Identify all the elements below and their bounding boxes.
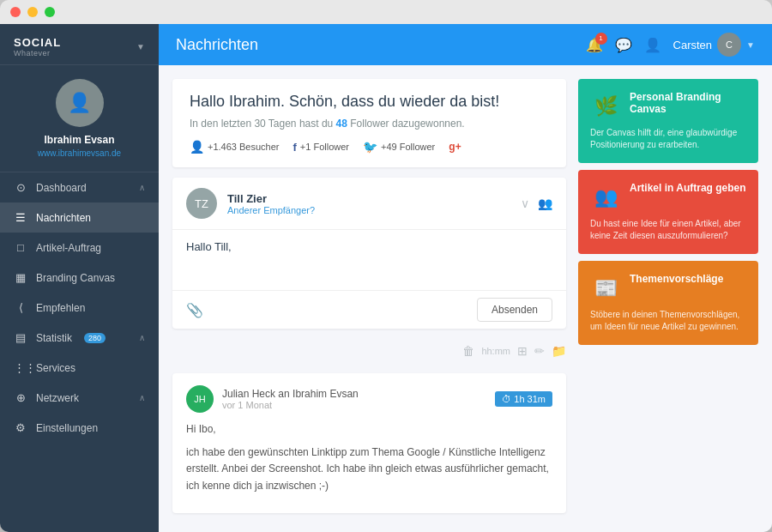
artikel-promo-icon: 👥 xyxy=(590,182,621,213)
right-panel: 🌿 Personal Branding Canvas Der Canvas hi… xyxy=(578,79,758,518)
compose-card: TZ Till Zier Anderer Empfänger? ∨ 👥 xyxy=(172,178,566,329)
close-button[interactable] xyxy=(10,7,21,17)
chevron-down-icon: ∧ xyxy=(139,183,145,192)
profile-url[interactable]: www.ibrahimevsan.de xyxy=(38,148,121,158)
messages-icon: ☰ xyxy=(14,211,27,224)
sidebar: SOCIAL Whatever ▼ 👤 Ibrahim Evsan www.ib… xyxy=(0,24,159,532)
maximize-button[interactable] xyxy=(45,7,55,17)
titlebar xyxy=(0,0,772,24)
sidebar-item-nachrichten[interactable]: ☰ Nachrichten xyxy=(0,203,159,233)
stat-facebook: f +1 Follower xyxy=(293,141,349,154)
sidebar-label-dashboard: Dashboard xyxy=(36,182,87,194)
compose-other-recipient[interactable]: Anderer Empfänger? xyxy=(227,205,510,215)
attachment-icon[interactable]: 📎 xyxy=(186,302,203,318)
stat-twitter: 🐦 +49 Follower xyxy=(363,140,435,154)
sidebar-label-statistik: Statistik xyxy=(36,332,72,344)
dashboard-icon: ⊙ xyxy=(14,181,27,194)
sidebar-label-einstellungen: Einstellungen xyxy=(36,422,98,434)
promo-card-artikel[interactable]: 👥 Artikel in Auftrag geben Du hast eine … xyxy=(578,170,758,254)
sidebar-item-dashboard[interactable]: ⊙ Dashboard ∧ xyxy=(0,172,159,203)
copy-icon[interactable]: ⊞ xyxy=(517,344,528,358)
profile-button[interactable]: 👤 xyxy=(644,37,661,53)
sidebar-label-artikel: Artikel-Auftrag xyxy=(36,242,101,254)
promo-header-branding: 🌿 Personal Branding Canvas xyxy=(590,91,746,122)
sidebar-item-netzwerk[interactable]: ⊕ Netzwerk ∧ xyxy=(0,383,159,413)
promo-header-themen: 📰 Themenvorschläge xyxy=(590,273,746,304)
sidebar-label-branding: Branding Canvas xyxy=(36,272,115,284)
sidebar-item-statistik[interactable]: ▤ Statistik 280 ∧ xyxy=(0,323,159,353)
sidebar-label-services: Services xyxy=(36,362,75,374)
thread-body: Hi Ibo, ich habe den gewünschten Linktip… xyxy=(186,421,552,494)
compose-actions: ∨ 👥 xyxy=(521,196,552,210)
sidebar-nav: ⊙ Dashboard ∧ ☰ Nachrichten □ Artikel-Au… xyxy=(0,172,159,443)
compose-avatar: TZ xyxy=(186,188,217,219)
twitter-text: +49 Follower xyxy=(381,142,435,152)
header-avatar: C xyxy=(717,33,741,57)
thread-avatar: JH xyxy=(186,385,214,413)
compose-body[interactable]: Hallo Till, xyxy=(172,230,566,290)
app-window: SOCIAL Whatever ▼ 👤 Ibrahim Evsan www.ib… xyxy=(0,0,772,532)
facebook-icon: f xyxy=(293,141,296,154)
googleplus-icon: g+ xyxy=(449,141,461,153)
sidebar-item-einstellungen[interactable]: ⚙ Einstellungen xyxy=(0,413,159,443)
profile-name: Ibrahim Evsan xyxy=(44,134,114,146)
welcome-title: Hallo Ibrahim. Schön, dass du wieder da … xyxy=(190,93,549,111)
thread-info: Julian Heck an Ibrahim Evsan vor 1 Monat xyxy=(222,388,486,410)
chevron-down-icon-compose[interactable]: ∨ xyxy=(521,196,529,210)
header-username: Carsten xyxy=(673,39,713,51)
twitter-icon: 🐦 xyxy=(363,140,377,154)
header-initials: C xyxy=(726,39,733,50)
promo-card-branding[interactable]: 🌿 Personal Branding Canvas Der Canvas hi… xyxy=(578,79,758,163)
sidebar-item-artikel[interactable]: □ Artikel-Auftrag xyxy=(0,233,159,263)
social-stats: 👤 +1.463 Besucher f +1 Follower 🐦 +49 Fo… xyxy=(190,140,549,154)
message-thread: JH Julian Heck an Ibrahim Evsan vor 1 Mo… xyxy=(172,373,566,513)
minimize-button[interactable] xyxy=(27,7,38,17)
stats-icon: ▤ xyxy=(14,331,27,344)
themen-promo-icon: 📰 xyxy=(590,273,621,304)
notifications-button[interactable]: 🔔 1 xyxy=(586,37,603,53)
edit-icon[interactable]: ✏ xyxy=(534,344,545,358)
promo-card-themen[interactable]: 📰 Themenvorschläge Stöbere in deinen The… xyxy=(578,261,758,345)
sidebar-item-empfehlen[interactable]: ⟨ Empfehlen xyxy=(0,293,159,323)
welcome-subtitle: In den letzten 30 Tagen hast du 48 Follo… xyxy=(190,118,549,130)
brand-chevron-icon: ▼ xyxy=(136,42,145,51)
sidebar-profile: 👤 Ibrahim Evsan www.ibrahimevsan.de xyxy=(0,65,159,172)
sidebar-item-services[interactable]: ⋮⋮ Services xyxy=(0,353,159,383)
promo-title-artikel: Artikel in Auftrag geben xyxy=(630,182,746,194)
sidebar-label-empfehlen: Empfehlen xyxy=(36,302,85,314)
statistik-badge: 280 xyxy=(84,333,106,343)
promo-title-branding: Personal Branding Canvas xyxy=(630,91,746,115)
thread-time-badge: ⏱ 1h 31m xyxy=(495,391,552,407)
header-user[interactable]: Carsten C ▼ xyxy=(673,33,755,57)
chat-icon: 💬 xyxy=(615,38,632,52)
network-icon: ⊕ xyxy=(14,391,27,404)
brand-sub: Whatever xyxy=(14,49,61,57)
stat-visitors: 👤 +1.463 Besucher xyxy=(190,140,279,154)
visitors-icon: 👤 xyxy=(190,140,204,154)
header-actions: 🔔 1 💬 👤 Carsten C ▼ xyxy=(586,33,755,57)
page-title: Nachrichten xyxy=(176,36,586,54)
messages-button[interactable]: 💬 xyxy=(615,37,632,53)
thread-date: vor 1 Monat xyxy=(222,400,486,410)
share-icon: ⟨ xyxy=(14,301,27,314)
group-icon[interactable]: 👥 xyxy=(538,196,552,210)
thread-message: ich habe den gewünschten Linktipp zum Th… xyxy=(186,444,552,494)
brand-name: SOCIAL xyxy=(14,36,61,49)
promo-desc-artikel: Du hast eine Idee für einen Artikel, abe… xyxy=(590,218,746,242)
thread-header: JH Julian Heck an Ibrahim Evsan vor 1 Mo… xyxy=(186,385,552,413)
services-icon: ⋮⋮ xyxy=(14,361,27,374)
thread-greeting: Hi Ibo, xyxy=(186,421,552,438)
promo-desc-branding: Der Canvas hilft dir, eine glaubwürdige … xyxy=(590,127,746,151)
sidebar-brand[interactable]: SOCIAL Whatever ▼ xyxy=(0,24,159,65)
folder-icon[interactable]: 📁 xyxy=(552,344,566,358)
compose-to: Till Zier Anderer Empfänger? xyxy=(227,192,510,215)
compose-recipient-name: Till Zier xyxy=(227,192,510,205)
visitors-text: +1.463 Besucher xyxy=(208,142,279,152)
follower-count: 48 xyxy=(336,118,347,130)
trash-icon[interactable]: 🗑 xyxy=(462,344,474,358)
welcome-sub-pre: In den letzten 30 Tagen hast du xyxy=(190,118,336,130)
sidebar-item-branding[interactable]: ▦ Branding Canvas xyxy=(0,263,159,293)
user-dropdown-icon: ▼ xyxy=(746,40,755,50)
send-button[interactable]: Absenden xyxy=(477,298,552,322)
settings-icon: ⚙ xyxy=(14,421,27,434)
